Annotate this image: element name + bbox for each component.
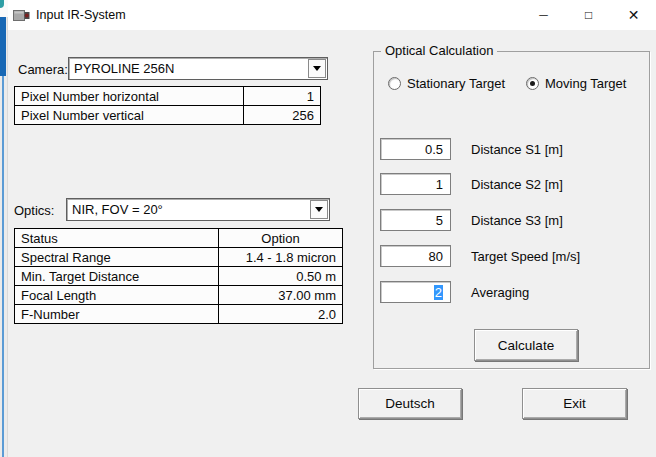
camera-dropdown[interactable]: PYROLINE 256N	[68, 57, 328, 80]
input-ir-system-dialog: Input IR-System ─ □ ✕ Camera: PYROLINE 2…	[0, 0, 656, 457]
minimize-button[interactable]: ─	[521, 0, 566, 30]
radio-stationary-target[interactable]: Stationary Target	[388, 76, 505, 91]
camera-icon	[13, 9, 30, 22]
maximize-button[interactable]: □	[566, 0, 611, 30]
averaging-label: Averaging	[471, 281, 529, 303]
table-row: Pixel Number vertical 256	[15, 106, 320, 124]
camera-dropdown-button[interactable]	[308, 59, 326, 78]
pixel-vertical-value: 256	[243, 106, 320, 124]
focal-length-label: Focal Length	[15, 286, 218, 304]
background-scrollbar-thumb	[0, 17, 6, 76]
pixel-horizontal-label: Pixel Number horizontal	[15, 87, 243, 105]
close-button[interactable]: ✕	[611, 0, 656, 30]
pixel-horizontal-value: 1	[243, 87, 320, 105]
optics-dropdown-button[interactable]	[310, 200, 328, 219]
distance-s1-input[interactable]: 0.5	[380, 138, 451, 160]
pixel-number-table: Pixel Number horizontal 1 Pixel Number v…	[14, 86, 321, 125]
table-row: Spectral Range 1.4 - 1.8 micron	[15, 248, 342, 267]
radio-icon	[388, 77, 401, 90]
table-row: F-Number 2.0	[15, 305, 342, 323]
table-row: Focal Length 37.00 mm	[15, 286, 342, 305]
camera-label: Camera:	[18, 62, 68, 77]
averaging-input[interactable]: 2	[380, 281, 451, 303]
table-row: Min. Target Distance 0.50 m	[15, 267, 342, 286]
radio-stationary-label: Stationary Target	[407, 76, 505, 91]
distance-s2-label: Distance S2 [m]	[471, 173, 563, 195]
f-number-label: F-Number	[15, 305, 218, 323]
min-target-distance-label: Min. Target Distance	[15, 267, 218, 285]
optical-calculation-group: Optical Calculation Stationary Target Mo…	[373, 51, 650, 369]
selected-text: 2	[434, 285, 443, 300]
f-number-value: 2.0	[218, 305, 342, 323]
chevron-down-icon	[313, 66, 321, 71]
status-header: Status	[15, 229, 218, 247]
spectral-range-value: 1.4 - 1.8 micron	[218, 248, 342, 266]
target-speed-label: Target Speed [m/s]	[471, 245, 580, 267]
option-header: Option	[218, 229, 342, 247]
group-title: Optical Calculation	[381, 43, 497, 58]
focal-length-value: 37.00 mm	[218, 286, 342, 304]
optics-label: Optics:	[14, 203, 54, 218]
distance-s1-label: Distance S1 [m]	[471, 138, 563, 160]
background-scrollbar-track	[2, 76, 4, 457]
min-target-distance-value: 0.50 m	[218, 267, 342, 285]
distance-s2-input[interactable]: 1	[380, 173, 451, 195]
distance-s3-label: Distance S3 [m]	[471, 209, 563, 231]
distance-s3-input[interactable]: 5	[380, 209, 451, 231]
titlebar: Input IR-System ─ □ ✕	[8, 0, 656, 30]
table-header-row: Status Option	[15, 229, 342, 248]
spectral-range-label: Spectral Range	[15, 248, 218, 266]
background-window-strip	[0, 0, 8, 457]
chevron-down-icon	[315, 207, 323, 212]
calculate-button[interactable]: Calculate	[474, 329, 578, 361]
camera-dropdown-value: PYROLINE 256N	[69, 58, 307, 79]
deutsch-button[interactable]: Deutsch	[358, 388, 462, 419]
radio-moving-label: Moving Target	[545, 76, 626, 91]
radio-moving-target[interactable]: Moving Target	[526, 76, 626, 91]
exit-button[interactable]: Exit	[522, 388, 627, 419]
radio-icon	[526, 77, 539, 90]
pixel-vertical-label: Pixel Number vertical	[15, 106, 243, 124]
window-title: Input IR-System	[36, 8, 126, 22]
optics-status-table: Status Option Spectral Range 1.4 - 1.8 m…	[14, 228, 343, 324]
target-speed-input[interactable]: 80	[380, 245, 451, 267]
optics-dropdown[interactable]: NIR, FOV = 20°	[66, 198, 330, 221]
optics-dropdown-value: NIR, FOV = 20°	[67, 199, 309, 220]
table-row: Pixel Number horizontal 1	[15, 87, 320, 106]
window-controls: ─ □ ✕	[521, 0, 656, 30]
